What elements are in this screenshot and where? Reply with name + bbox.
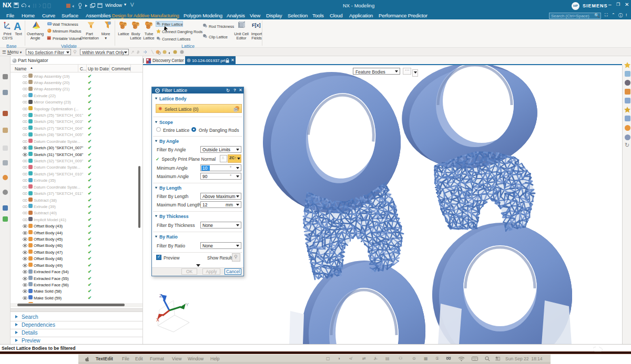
svg-text:Z: Z (159, 293, 162, 298)
svg-text:Y: Y (186, 302, 189, 307)
svg-text:X: X (156, 317, 159, 323)
